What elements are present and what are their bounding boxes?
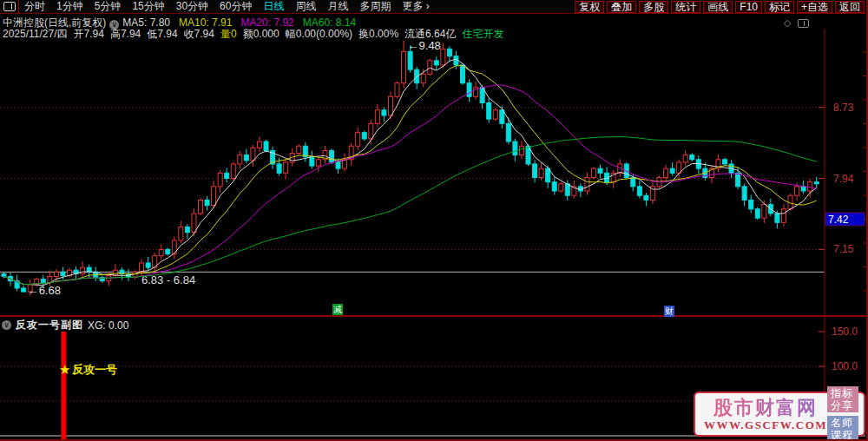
ma-line-5 <box>4 59 817 286</box>
price-axis-label: 8.73 <box>833 102 854 114</box>
signal-label: 反攻一号 <box>71 363 117 376</box>
subchart-value: XG: 0.00 <box>88 319 128 332</box>
signal-star-icon: ★ <box>59 362 70 377</box>
subchart-axis-label: 100.0 <box>832 360 858 372</box>
price-axis-label: 7.15 <box>833 243 854 255</box>
subchart-axis-label: 150.0 <box>832 326 858 338</box>
watermark-panel: 股市财富网 WWW.GSCFW.COM 指标分享名师课程 <box>694 392 865 437</box>
watermark-badge-0: 指标分享 <box>827 386 858 412</box>
ma-line-60 <box>4 137 817 285</box>
watermark-title: 股市财富网 <box>713 398 818 418</box>
watermark-badge-1: 名师课程 <box>827 416 858 441</box>
watermark-url: WWW.GSCFW.COM <box>704 418 827 431</box>
watermark-text: 股市财富网 WWW.GSCFW.COM <box>704 398 827 431</box>
ma-line-10 <box>4 66 817 285</box>
last-price-label: 7.42 <box>828 214 849 226</box>
tdx-window: 分时1分钟5分钟15分钟30分钟60分钟日线周线月线多周期更多 › 复权叠加多股… <box>0 0 868 441</box>
watermark-badges: 指标分享名师课程 <box>827 386 858 441</box>
signal-bar[interactable] <box>61 332 66 439</box>
chart-canvas[interactable]: 8.737.947.156.83 - 6.84←9.48←6.687.42150… <box>0 0 868 441</box>
ma-line-20 <box>4 85 817 285</box>
low-annotation: ←6.68 <box>28 284 61 297</box>
chevron-down-icon[interactable]: ∨ <box>2 320 11 330</box>
event-badge-reduce[interactable]: 减 <box>332 304 343 315</box>
event-badge-finance[interactable]: 财 <box>664 306 674 317</box>
price-axis-label: 7.94 <box>833 173 854 185</box>
subchart-title[interactable]: 反攻一号副图 <box>16 318 83 332</box>
subchart-header: ∨ 反攻一号副图 XG: 0.00 <box>2 318 128 332</box>
high-annotation: ←9.48 <box>408 39 441 52</box>
